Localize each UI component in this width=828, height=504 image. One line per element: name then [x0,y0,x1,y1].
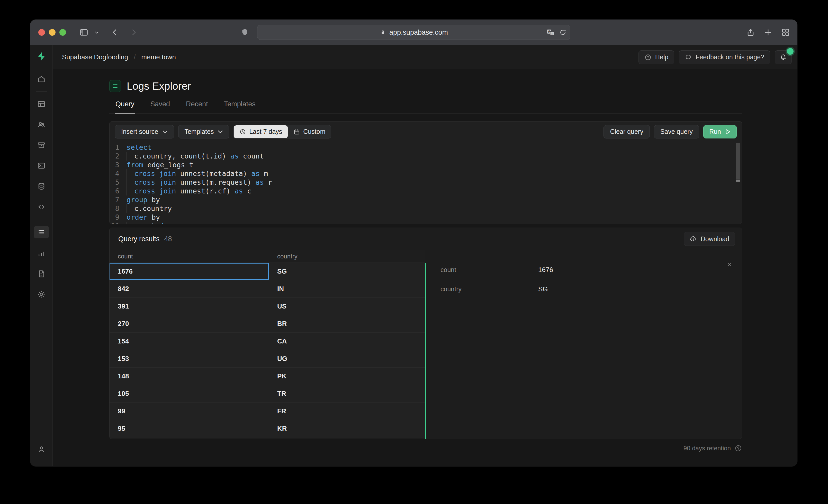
bell-icon [779,53,787,61]
download-button[interactable]: Download [684,232,735,246]
translate-icon[interactable]: A⧖ [546,29,555,36]
database-icon[interactable] [30,176,53,196]
editor-scrollbar[interactable] [736,143,740,180]
line-code: group by [126,195,160,204]
line-code: select [126,143,152,152]
cell-country[interactable]: TR [269,385,425,402]
chevron-down-icon[interactable] [94,30,99,35]
auth-users-icon[interactable] [30,114,53,135]
cell-count[interactable]: 148 [110,368,269,385]
cell-country[interactable]: US [269,298,425,315]
table-row[interactable]: 95KR [110,420,425,438]
help-button[interactable]: Help [638,50,674,64]
templates-label: Templates [184,128,214,135]
insert-source-button[interactable]: Insert source [115,125,174,138]
supabase-logo[interactable] [36,51,47,62]
cell-country[interactable]: CA [269,333,425,350]
help-label: Help [655,53,668,61]
run-button[interactable]: Run [703,125,737,138]
table-row[interactable]: 105TR [110,385,425,403]
notification-badge [787,48,793,55]
tab-saved[interactable]: Saved [150,100,171,113]
cell-count[interactable]: 391 [110,298,269,315]
save-query-button[interactable]: Save query [654,125,699,138]
table-row[interactable]: 842IN [110,280,425,298]
cell-count[interactable]: 153 [110,350,269,367]
cell-count[interactable]: 99 [110,403,269,420]
cell-country[interactable]: IN [269,280,425,297]
tab-overview-icon[interactable] [781,28,790,37]
docs-icon[interactable] [30,264,53,284]
new-tab-icon[interactable] [763,28,773,37]
notifications-button[interactable] [775,50,792,64]
cell-count[interactable]: 270 [110,315,269,332]
cell-count[interactable]: 105 [110,385,269,402]
last-7-days-label: Last 7 days [249,128,282,135]
cell-count[interactable]: 154 [110,333,269,350]
custom-range-segment[interactable]: Custom [288,125,331,138]
page-title: Logs Explorer [127,80,191,92]
last-7-days-segment[interactable]: Last 7 days [234,125,288,138]
tab-recent[interactable]: Recent [185,100,209,113]
back-icon[interactable] [110,28,120,37]
feedback-button[interactable]: Feedback on this page? [679,50,770,64]
close-window-button[interactable] [38,29,45,36]
url-bar[interactable]: app.supabase.com A⧖ [257,25,570,40]
breadcrumb-org[interactable]: Supabase Dogfooding [62,53,128,61]
tab-templates[interactable]: Templates [223,100,256,113]
cell-count[interactable]: 842 [110,280,269,297]
tab-query[interactable]: Query [115,100,135,113]
home-icon[interactable] [30,69,53,89]
storage-icon[interactable] [30,135,53,155]
cell-country[interactable]: FR [269,403,425,420]
account-icon[interactable] [30,439,53,460]
table-row[interactable]: 153UG [110,350,425,368]
detail-label: country [441,285,538,293]
line-number: 8 [110,204,126,213]
footer: 90 days retention [109,443,742,453]
zoom-window-button[interactable] [59,29,66,36]
sql-editor[interactable]: 1select2c.country, count(t.id) as count3… [110,142,742,224]
column-header-country: country [269,250,425,263]
table-row[interactable]: 1676SG [110,263,425,280]
app-header: Supabase Dogfooding / meme.town Help Fee… [53,45,797,70]
chevron-down-icon [163,130,168,134]
reports-icon[interactable] [30,243,53,264]
cell-count[interactable]: 95 [110,420,269,437]
reload-icon[interactable] [559,29,567,36]
table-row[interactable]: 148PK [110,368,425,385]
cell-count[interactable]: 1676 [110,263,269,280]
table-row[interactable]: 99FR [110,403,425,420]
line-code: c.country, count(t.id) as count [126,152,264,161]
templates-button[interactable]: Templates [178,125,230,138]
forward-icon[interactable] [129,28,138,37]
breadcrumb: Supabase Dogfooding / meme.town [62,53,176,61]
close-icon[interactable] [727,261,733,267]
table-row[interactable]: 270BR [110,315,425,333]
cell-country[interactable]: KR [269,420,425,437]
cell-country[interactable]: PK [269,368,425,385]
results-count: 48 [164,235,172,243]
results-title: Query results [118,235,160,243]
sql-editor-icon[interactable] [30,155,53,176]
editor-line: 10count desc [110,222,742,224]
breadcrumb-project[interactable]: meme.town [141,53,176,61]
minimize-window-button[interactable] [49,29,55,36]
line-code: order by [126,213,160,222]
cell-country[interactable]: UG [269,350,425,367]
results-table: count country 1676SG842IN391US270BR154CA… [110,250,425,439]
api-code-icon[interactable] [30,196,53,217]
editor-line: 6cross join unnest(r.cf) as c [110,187,742,195]
cell-country[interactable]: SG [269,263,425,280]
sidebar-toggle-icon[interactable] [79,28,89,37]
shield-icon[interactable] [240,28,249,37]
table-row[interactable]: 154CA [110,333,425,350]
table-editor-icon[interactable] [30,94,53,114]
logs-explorer-icon[interactable] [30,221,53,243]
clear-query-button[interactable]: Clear query [604,125,650,138]
table-row[interactable]: 391US [110,298,425,315]
cell-country[interactable]: BR [269,315,425,332]
settings-icon[interactable] [30,284,53,305]
help-circle-icon[interactable] [734,445,742,452]
share-icon[interactable] [746,28,755,37]
